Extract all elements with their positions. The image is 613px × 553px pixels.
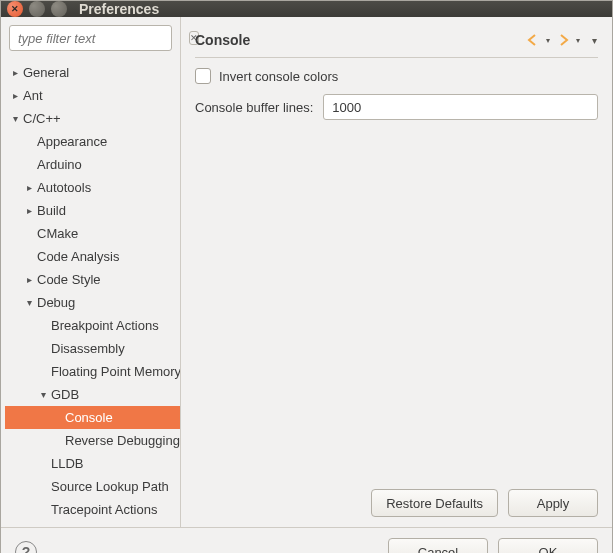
restore-defaults-button[interactable]: Restore Defaults bbox=[371, 489, 498, 517]
apply-button[interactable]: Apply bbox=[508, 489, 598, 517]
expander-icon[interactable]: ▸ bbox=[23, 205, 35, 216]
nav-forward-icon[interactable] bbox=[556, 33, 570, 47]
tree-item[interactable]: ▾GDB bbox=[5, 383, 180, 406]
content-footer: Restore Defaults Apply bbox=[195, 479, 598, 517]
tree-item-label: Debug bbox=[35, 295, 75, 310]
tree-item-label: Build bbox=[35, 203, 66, 218]
form: Invert console colors Console buffer lin… bbox=[195, 68, 598, 120]
content-area: Console ▾ ▾ ▾ bbox=[181, 17, 612, 527]
main-row: ✕ ▸General▸Ant▾C/C++AppearanceArduino▸Au… bbox=[1, 17, 612, 527]
tree-item[interactable]: ▾C/C++ bbox=[5, 107, 180, 130]
tree-item[interactable]: LLDB bbox=[5, 452, 180, 475]
tree-item[interactable]: Source Lookup Path bbox=[5, 475, 180, 498]
tree-item-label: Arduino bbox=[35, 157, 82, 172]
expander-icon[interactable]: ▾ bbox=[23, 297, 35, 308]
dialog-body: ✕ ▸General▸Ant▾C/C++AppearanceArduino▸Au… bbox=[1, 17, 612, 553]
expander-icon[interactable]: ▸ bbox=[23, 274, 35, 285]
nav-icons: ▾ ▾ ▾ bbox=[526, 33, 598, 47]
expander-icon[interactable]: ▾ bbox=[9, 113, 21, 124]
window-minimize-button[interactable] bbox=[29, 1, 45, 17]
filter-wrap: ✕ bbox=[1, 17, 180, 59]
tree-item-label: Floating Point Memory bbox=[49, 364, 180, 379]
expander-icon[interactable]: ▸ bbox=[9, 67, 21, 78]
tree-item[interactable]: ▸Code Style bbox=[5, 268, 180, 291]
expander-icon[interactable]: ▾ bbox=[37, 389, 49, 400]
tree-item[interactable]: ▸Ant bbox=[5, 84, 180, 107]
buffer-lines-row: Console buffer lines: bbox=[195, 94, 598, 120]
invert-colors-label: Invert console colors bbox=[219, 69, 338, 84]
tree-item-label: General bbox=[21, 65, 69, 80]
tree-item-label: Disassembly bbox=[49, 341, 125, 356]
invert-colors-row: Invert console colors bbox=[195, 68, 598, 84]
filter-input[interactable] bbox=[16, 30, 189, 47]
header-separator bbox=[195, 57, 598, 58]
buffer-lines-input[interactable] bbox=[323, 94, 598, 120]
tree-item-label: Code Style bbox=[35, 272, 101, 287]
sidebar: ✕ ▸General▸Ant▾C/C++AppearanceArduino▸Au… bbox=[1, 17, 181, 527]
tree-item-label: C/C++ bbox=[21, 111, 61, 126]
tree-item-label: Code Analysis bbox=[35, 249, 119, 264]
invert-colors-checkbox[interactable] bbox=[195, 68, 211, 84]
tree-item[interactable]: ▾Debug bbox=[5, 291, 180, 314]
tree-item[interactable]: Floating Point Memory bbox=[5, 360, 180, 383]
tree-item[interactable]: Appearance bbox=[5, 130, 180, 153]
ok-button[interactable]: OK bbox=[498, 538, 598, 553]
page-title: Console bbox=[195, 32, 526, 48]
tree-item-label: Appearance bbox=[35, 134, 107, 149]
tree-item[interactable]: Arduino bbox=[5, 153, 180, 176]
tree-item[interactable]: CMake bbox=[5, 222, 180, 245]
tree-item-label: GDB bbox=[49, 387, 79, 402]
window-close-button[interactable]: ✕ bbox=[7, 1, 23, 17]
tree-item-label: Autotools bbox=[35, 180, 91, 195]
window-title: Preferences bbox=[79, 1, 159, 17]
tree-item-label: Source Lookup Path bbox=[49, 479, 169, 494]
tree-item-label: Console bbox=[63, 410, 113, 425]
tree-item[interactable]: Tracepoint Actions bbox=[5, 498, 180, 521]
preference-tree[interactable]: ▸General▸Ant▾C/C++AppearanceArduino▸Auto… bbox=[1, 59, 180, 527]
tree-item-label: Ant bbox=[21, 88, 43, 103]
filter-field[interactable]: ✕ bbox=[9, 25, 172, 51]
tree-item[interactable]: ▸Build bbox=[5, 199, 180, 222]
expander-icon[interactable]: ▸ bbox=[9, 90, 21, 101]
nav-back-menu-icon[interactable]: ▾ bbox=[544, 36, 552, 44]
window-maximize-button[interactable] bbox=[51, 1, 67, 17]
page-menu-icon[interactable]: ▾ bbox=[590, 36, 598, 44]
expander-icon[interactable]: ▸ bbox=[23, 182, 35, 193]
tree-item[interactable]: ▸General bbox=[5, 61, 180, 84]
tree-item-label: Breakpoint Actions bbox=[49, 318, 159, 333]
nav-back-icon[interactable] bbox=[526, 33, 540, 47]
tree-item[interactable]: Console bbox=[5, 406, 180, 429]
tree-item-label: Reverse Debugging bbox=[63, 433, 180, 448]
cancel-button[interactable]: Cancel bbox=[388, 538, 488, 553]
tree-item-label: CMake bbox=[35, 226, 78, 241]
content-header: Console ▾ ▾ ▾ bbox=[195, 27, 598, 53]
buffer-lines-label: Console buffer lines: bbox=[195, 100, 313, 115]
tree-item[interactable]: Reverse Debugging bbox=[5, 429, 180, 452]
help-icon[interactable]: ? bbox=[15, 541, 37, 553]
tree-item-label: Tracepoint Actions bbox=[49, 502, 157, 517]
dialog-footer: ? Cancel OK bbox=[1, 527, 612, 553]
tree-item[interactable]: Disassembly bbox=[5, 337, 180, 360]
nav-forward-menu-icon[interactable]: ▾ bbox=[574, 36, 582, 44]
preferences-window: ✕ Preferences ✕ ▸General▸Ant▾C/C++Appear… bbox=[0, 0, 613, 553]
tree-item[interactable]: ▸Autotools bbox=[5, 176, 180, 199]
titlebar: ✕ Preferences bbox=[1, 1, 612, 17]
tree-item[interactable]: Code Analysis bbox=[5, 245, 180, 268]
tree-item[interactable]: Breakpoint Actions bbox=[5, 314, 180, 337]
tree-item-label: LLDB bbox=[49, 456, 84, 471]
